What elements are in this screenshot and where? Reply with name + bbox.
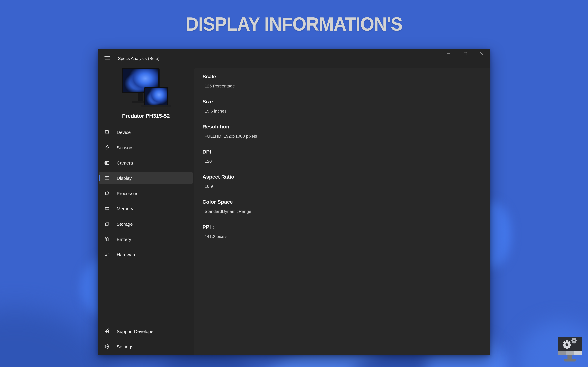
app-logo — [558, 337, 582, 362]
sidebar-footer: Support Developer — [98, 325, 194, 355]
sidebar-item-display[interactable]: Display — [99, 172, 193, 184]
gear-icon — [104, 343, 110, 350]
spec-entry-size: Size 15.6 inches — [202, 99, 490, 114]
spec-value: StandardDynamicRange — [205, 209, 490, 214]
titlebar: Specs Analysis (Beta) — [98, 49, 490, 66]
sidebar-item-camera[interactable]: Camera — [99, 157, 193, 169]
page-title: DISPLAY INFORMATION'S — [6, 13, 582, 35]
processor-icon — [104, 190, 110, 196]
sidebar-item-label: Support Developer — [117, 329, 155, 334]
spec-value: 141.2 pixels — [205, 234, 490, 239]
sidebar-item-label: Processor — [117, 191, 137, 196]
display-icon — [104, 175, 110, 181]
maximize-button[interactable] — [457, 47, 474, 60]
spec-entry-color-space: Color Space StandardDynamicRange — [202, 199, 490, 214]
monitor-gears-icon — [558, 358, 582, 363]
hardware-icon — [104, 251, 110, 258]
sensors-icon — [104, 144, 110, 150]
sidebar-item-settings[interactable]: Settings — [99, 340, 193, 353]
sidebar-item-label: Hardware — [117, 252, 137, 257]
spec-value: 125 Percentage — [205, 83, 490, 89]
device-image — [121, 68, 170, 110]
store-icon — [104, 328, 110, 334]
desktop-background: DISPLAY INFORMATION'S Specs Analysis (Be… — [0, 0, 588, 367]
spec-label: Color Space — [202, 199, 490, 205]
spec-value: 15.6 inches — [205, 108, 490, 114]
sidebar: Predator PH315-52 Device — [98, 66, 194, 355]
laptop-icon — [104, 129, 110, 135]
spec-value: FULLHD, 1920x1080 pixels — [205, 133, 490, 139]
menu-button[interactable] — [104, 56, 110, 60]
minimize-button[interactable] — [440, 47, 457, 60]
sidebar-item-storage[interactable]: Storage — [99, 218, 193, 230]
sidebar-item-label: Battery — [117, 237, 131, 242]
sidebar-nav: Device Sensors — [98, 126, 194, 264]
sidebar-item-label: Display — [117, 175, 132, 181]
sidebar-item-battery[interactable]: Battery — [99, 233, 193, 245]
spec-label: PPI : — [202, 224, 490, 230]
device-name: Predator PH315-52 — [98, 113, 194, 119]
window-controls — [440, 47, 490, 60]
sidebar-item-support-developer[interactable]: Support Developer — [99, 325, 193, 337]
spec-label: DPI — [202, 149, 490, 155]
app-title: Specs Analysis (Beta) — [118, 56, 160, 61]
sidebar-item-label: Camera — [117, 160, 133, 165]
sidebar-item-processor[interactable]: Processor — [99, 187, 193, 200]
memory-icon — [104, 206, 110, 212]
spec-label: Resolution — [202, 124, 490, 130]
storage-icon — [104, 221, 110, 227]
sidebar-item-device[interactable]: Device — [99, 126, 193, 138]
spec-entry-scale: Scale 125 Percentage — [202, 74, 490, 89]
battery-icon — [104, 236, 110, 242]
minimize-icon — [447, 51, 450, 56]
close-button[interactable] — [474, 47, 490, 60]
spec-entry-resolution: Resolution FULLHD, 1920x1080 pixels — [202, 124, 490, 139]
sidebar-item-label: Sensors — [117, 145, 134, 150]
app-window: Specs Analysis (Beta) — [98, 49, 490, 355]
sidebar-item-sensors[interactable]: Sensors — [99, 141, 193, 154]
laptop-illustration — [141, 87, 171, 107]
spec-entry-ppi: PPI : 141.2 pixels — [202, 224, 490, 239]
spec-label: Scale — [202, 74, 490, 80]
spec-value: 16:9 — [205, 184, 490, 189]
spec-entry-dpi: DPI 120 — [202, 149, 490, 164]
close-icon — [480, 51, 484, 56]
sidebar-item-memory[interactable]: Memory — [99, 202, 193, 215]
camera-icon — [104, 160, 110, 166]
sidebar-item-label: Device — [117, 130, 131, 135]
sidebar-item-hardware[interactable]: Hardware — [99, 248, 193, 261]
hamburger-icon — [104, 56, 110, 61]
spec-entry-aspect-ratio: Aspect Ratio 16:9 — [202, 174, 490, 189]
sidebar-item-label: Memory — [117, 206, 133, 211]
selection-indicator — [99, 175, 100, 181]
maximize-icon — [464, 51, 467, 56]
spec-label: Size — [202, 99, 490, 105]
spec-label: Aspect Ratio — [202, 174, 490, 180]
sidebar-item-label: Storage — [117, 221, 133, 226]
sidebar-item-label: Settings — [117, 344, 133, 349]
display-info-panel: Scale 125 Percentage Size 15.6 inches Re… — [194, 67, 490, 355]
spec-value: 120 — [205, 158, 490, 164]
